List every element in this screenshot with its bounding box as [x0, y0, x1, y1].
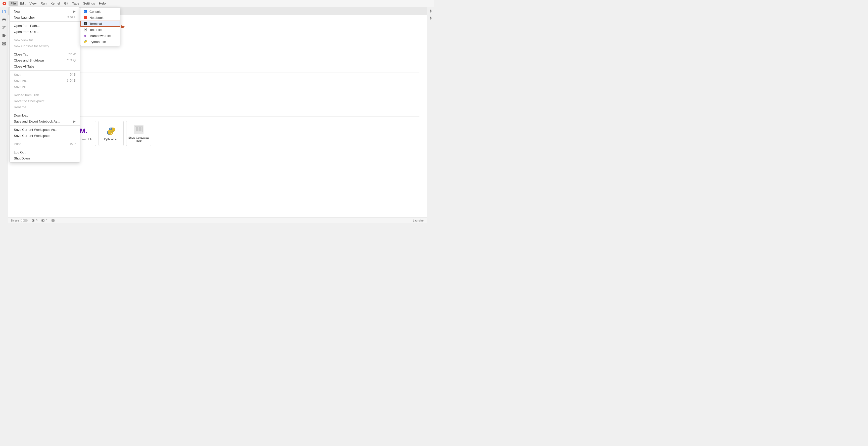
dd-save: Save ⌘ S	[10, 72, 80, 78]
launcher-contextual-help[interactable]: Show Contextual Help	[126, 121, 151, 146]
status-bar: Simple 0 0	[8, 217, 427, 223]
simple-mode-toggle[interactable]: Simple	[10, 219, 28, 222]
dd-download[interactable]: Download	[10, 112, 80, 118]
svg-text:M: M	[80, 127, 86, 135]
dd-new-console-label: New Console for Activity	[14, 44, 75, 48]
app-logo	[2, 1, 6, 6]
sidebar-extension-icon[interactable]	[0, 40, 7, 47]
pythonfile-launcher-icon	[106, 126, 116, 136]
textfile-submenu-icon	[84, 28, 88, 32]
menu-view[interactable]: View	[27, 1, 38, 6]
right-sidebar	[427, 7, 434, 223]
svg-rect-31	[139, 127, 142, 131]
left-sidebar	[0, 7, 8, 223]
dd-save-as-shortcut: ⇧ ⌘ S	[66, 79, 75, 82]
dd-shutdown[interactable]: Shut Down	[10, 155, 80, 161]
dd-new-launcher[interactable]: New Launcher ⇧ ⌘ L	[10, 14, 80, 20]
right-gear-icon[interactable]	[428, 8, 434, 14]
submenu-terminal[interactable]: $ Terminal	[81, 21, 120, 27]
dd-save-workspace[interactable]: Save Current Workspace	[10, 133, 80, 139]
kernel-count: 0	[32, 219, 37, 222]
dd-save-export[interactable]: Save and Export Notebook As... ▶	[10, 118, 80, 124]
gpu-indicator	[51, 218, 55, 222]
menu-bar: File Edit View Run Kernel Git Tabs Setti…	[0, 0, 434, 7]
dd-new-arrow: ▶	[73, 9, 75, 13]
menu-git[interactable]: Git	[62, 1, 70, 6]
svg-point-37	[430, 10, 431, 12]
submenu-pythonfile-label: Python File	[90, 40, 106, 44]
menu-edit[interactable]: Edit	[18, 1, 27, 6]
dd-sep3	[10, 50, 80, 50]
dd-logout-label: Log Out	[14, 150, 75, 154]
dd-reload-label: Reload from Disk	[14, 93, 75, 97]
submenu-console[interactable]: >_ Console	[81, 8, 120, 14]
dd-save-as-label: Save As...	[14, 79, 62, 82]
dd-save-all-label: Save All	[14, 85, 75, 89]
dd-close-all-label: Close All Tabs	[14, 65, 75, 68]
dd-sep4	[10, 70, 80, 71]
dd-open-path[interactable]: Open from Path...	[10, 23, 80, 29]
svg-text:M: M	[84, 34, 86, 37]
right-gear2-icon[interactable]	[428, 15, 434, 21]
svg-rect-6	[2, 34, 4, 35]
sidebar-toc-icon[interactable]	[0, 32, 7, 39]
help-launcher-icon	[134, 125, 144, 135]
dd-close-shutdown-shortcut: ⌃ ⇧ Q	[67, 59, 75, 62]
menu-settings[interactable]: Settings	[81, 1, 97, 6]
submenu-textfile-label: Text File	[90, 28, 101, 32]
svg-point-2	[3, 19, 5, 20]
menu-tabs[interactable]: Tabs	[70, 1, 81, 6]
svg-rect-9	[2, 42, 4, 43]
dd-new[interactable]: New ▶ >_ Console Notebook $ Terminal	[10, 8, 80, 14]
submenu-markdown[interactable]: M Markdown File	[81, 33, 120, 39]
console-submenu-icon: >_	[84, 9, 88, 13]
submenu-console-label: Console	[90, 10, 101, 13]
submenu-pythonfile[interactable]: Python File	[81, 39, 120, 45]
dd-close-tab[interactable]: Close Tab ⌥ W	[10, 51, 80, 57]
sidebar-running-icon[interactable]	[0, 16, 7, 23]
menu-kernel[interactable]: Kernel	[49, 1, 62, 6]
dd-logout[interactable]: Log Out	[10, 149, 80, 155]
dd-sep8	[10, 140, 80, 140]
svg-point-3	[3, 26, 4, 27]
python-submenu-icon	[84, 40, 88, 44]
dd-close-tab-label: Close Tab	[14, 53, 64, 56]
svg-rect-12	[4, 44, 5, 45]
dd-save-workspace-label: Save Current Workspace	[14, 134, 75, 138]
new-submenu: >_ Console Notebook $ Terminal	[80, 7, 120, 46]
menu-run[interactable]: Run	[38, 1, 49, 6]
dd-new-launcher-label: New Launcher	[14, 15, 63, 19]
dd-new-view-label: New View for	[14, 38, 75, 42]
dd-sep9	[10, 148, 80, 148]
dd-new-launcher-shortcut: ⇧ ⌘ L	[67, 15, 75, 19]
launcher-pythonfile[interactable]: Python File	[98, 121, 124, 146]
svg-marker-26	[86, 132, 87, 133]
submenu-textfile[interactable]: Text File	[81, 27, 120, 33]
svg-point-28	[111, 133, 112, 134]
menu-help[interactable]: Help	[97, 1, 108, 6]
sidebar-files-icon[interactable]	[0, 8, 7, 15]
dd-sep6	[10, 111, 80, 111]
dd-sep2	[10, 36, 80, 36]
dd-save-export-arrow: ▶	[73, 119, 75, 123]
dd-close-all[interactable]: Close All Tabs	[10, 63, 80, 69]
submenu-markdown-label: Markdown File	[90, 34, 111, 38]
dd-shutdown-label: Shut Down	[14, 157, 75, 160]
svg-point-4	[3, 28, 4, 29]
terminal-count: 0	[41, 219, 47, 222]
dd-save-all: Save All	[10, 83, 80, 90]
dd-save-export-label: Save and Export Notebook As...	[14, 119, 71, 123]
dd-new-view: New View for	[10, 37, 80, 43]
submenu-notebook[interactable]: Notebook	[81, 14, 120, 21]
dd-open-url-label: Open from URL...	[14, 30, 75, 34]
svg-point-38	[430, 18, 431, 19]
simple-toggle-switch[interactable]	[21, 219, 28, 222]
dd-save-workspace-as[interactable]: Save Current Workspace As...	[10, 127, 80, 133]
svg-rect-7	[2, 35, 5, 36]
dd-close-shutdown[interactable]: Close and Shutdown ⌃ ⇧ Q	[10, 57, 80, 63]
menu-file[interactable]: File	[8, 1, 18, 6]
dd-open-url[interactable]: Open from URL...	[10, 29, 80, 35]
sidebar-git-icon[interactable]	[0, 24, 7, 31]
dd-rename: Rename...	[10, 104, 80, 110]
launcher-help-label: Show Contextual Help	[126, 136, 151, 142]
